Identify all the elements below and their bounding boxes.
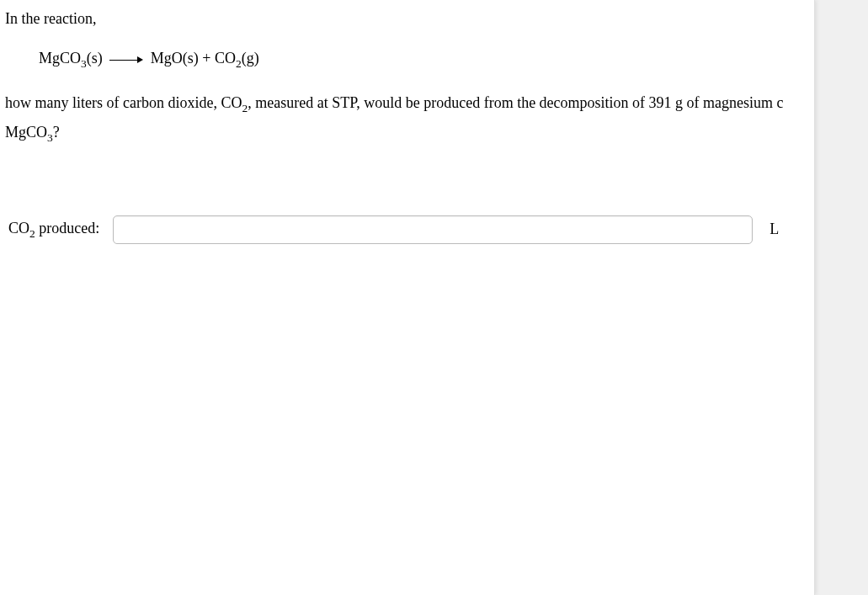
intro-text: In the reaction,	[5, 7, 807, 31]
eq-rhs2-sub: 2	[236, 56, 242, 69]
eq-lhs-state: (s)	[87, 50, 103, 66]
chemical-equation: MgCO3(s) MgO(s) + CO2(g)	[39, 46, 807, 72]
q-sub2: 3	[47, 130, 53, 143]
answer-label: CO2 produced:	[8, 216, 99, 242]
answer-row: CO2 produced: L	[5, 215, 807, 244]
eq-lhs: MgCO	[39, 50, 81, 66]
eq-rhs2-state: (g)	[242, 50, 259, 66]
answer-label-sub: 2	[29, 227, 35, 240]
answer-label-post: produced:	[35, 220, 99, 236]
content-area: In the reaction, MgCO3(s) MgO(s) + CO2(g…	[0, 0, 814, 251]
unit-label: L	[769, 217, 779, 242]
q-part3: MgCO	[5, 124, 47, 141]
q-part2: , measured at STP, would be produced fro…	[248, 94, 783, 111]
answer-label-pre: CO	[8, 220, 29, 236]
q-part4: ?	[53, 124, 60, 141]
eq-rhs1: MgO(s)	[151, 50, 199, 66]
intro: In the reaction,	[5, 10, 96, 27]
q-part1: how many liters of carbon dioxide, CO	[5, 94, 242, 111]
eq-lhs-sub: 3	[81, 56, 87, 69]
eq-rhs2: CO	[215, 50, 236, 66]
eq-plus: +	[199, 50, 215, 66]
question-panel: In the reaction, MgCO3(s) MgO(s) + CO2(g…	[0, 0, 815, 595]
answer-input[interactable]	[113, 215, 753, 244]
question-text: how many liters of carbon dioxide, CO2, …	[5, 89, 807, 148]
